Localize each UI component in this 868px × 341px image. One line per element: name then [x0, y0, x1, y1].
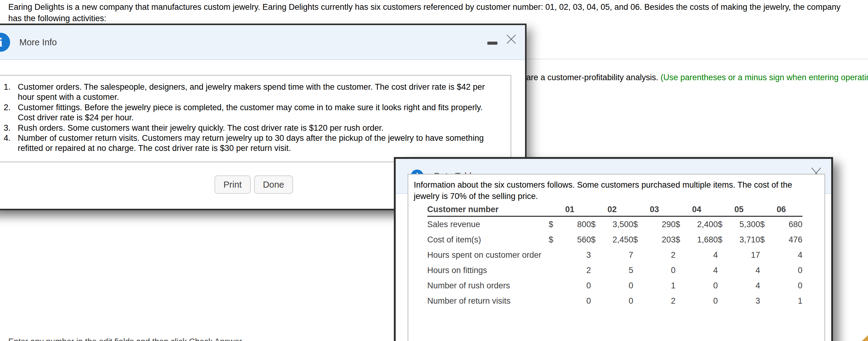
customer-number-header: 04 — [676, 203, 718, 216]
more-info-list: 1.Customer orders. The salespeople, desi… — [0, 76, 510, 154]
cell-value: 0 — [560, 293, 591, 309]
currency-symbol — [676, 247, 687, 263]
data-table-header-row: Customer number 010203040506 — [427, 203, 802, 216]
currency-symbol: $ — [633, 232, 644, 247]
currency-symbol — [633, 293, 644, 309]
cell-value: 3,500 — [602, 216, 633, 232]
currency-symbol: $ — [549, 216, 560, 232]
customer-number-header: 06 — [760, 203, 802, 216]
item-text: Number of customer return visits. Custom… — [18, 133, 497, 154]
currency-symbol — [676, 278, 687, 293]
currency-symbol — [718, 263, 729, 278]
cell-value: 3 — [729, 293, 760, 309]
footer-hint-text: Enter any number in the edit fields and … — [8, 337, 244, 341]
currency-symbol: $ — [676, 216, 687, 232]
requirement-text: are a customer-profitability analysis. (… — [526, 72, 868, 83]
cell-value: 0 — [687, 293, 718, 309]
data-table-intro: Information about the six customers foll… — [408, 174, 825, 202]
row-label: Hours spent on customer order — [427, 247, 549, 263]
item-text: Rush orders. Some customers want their j… — [18, 123, 497, 133]
currency-symbol — [718, 293, 729, 309]
customer-number-header: 03 — [633, 203, 676, 216]
currency-symbol — [718, 278, 729, 293]
print-button[interactable]: Print — [215, 175, 251, 194]
table-row: Number of rush orders001040 — [427, 278, 802, 293]
dialog-buttons: Print Done — [215, 175, 293, 194]
cell-value: 0 — [644, 263, 676, 278]
currency-symbol — [760, 247, 771, 263]
cell-value: 7 — [602, 247, 633, 263]
cell-value: 4 — [729, 263, 760, 278]
close-icon[interactable] — [506, 34, 517, 45]
more-info-item: 1.Customer orders. The salespeople, desi… — [4, 82, 510, 103]
done-button[interactable]: Done — [254, 175, 293, 194]
currency-symbol — [676, 263, 687, 278]
table-row: Hours on fittings250440 — [427, 263, 802, 278]
more-info-item: 4.Number of customer return visits. Cust… — [4, 133, 510, 154]
cell-value: 0 — [602, 293, 633, 309]
currency-symbol — [591, 278, 602, 293]
more-info-item: 2.Customer fittings. Before the jewelry … — [4, 103, 510, 123]
minimize-icon[interactable] — [487, 42, 497, 45]
cell-value: 0 — [602, 278, 633, 293]
cell-value: 4 — [687, 247, 718, 263]
item-number: 1. — [4, 82, 18, 103]
currency-symbol — [549, 293, 560, 309]
cell-value: 2,450 — [602, 232, 633, 247]
currency-symbol — [591, 293, 602, 309]
currency-symbol: $ — [760, 232, 771, 247]
cell-value: 2 — [644, 293, 676, 309]
currency-symbol — [676, 293, 687, 309]
currency-symbol: $ — [591, 216, 602, 232]
question-text: Earing Delights is a new company that ma… — [8, 2, 854, 24]
item-number: 4. — [4, 133, 18, 154]
item-text: Customer orders. The salespeople, design… — [18, 82, 497, 103]
currency-symbol: $ — [676, 232, 687, 247]
cell-value: 0 — [687, 278, 718, 293]
cell-value: 1 — [644, 278, 676, 293]
customer-number-header: 01 — [549, 203, 591, 216]
row-label: Hours on fittings — [427, 263, 549, 278]
info-icon: i — [0, 33, 10, 52]
cell-value: 4 — [687, 263, 718, 278]
cell-value: 3 — [560, 247, 591, 263]
currency-symbol: $ — [549, 232, 560, 247]
section-divider — [525, 59, 868, 59]
more-info-item: 3.Rush orders. Some customers want their… — [4, 123, 510, 133]
currency-symbol — [633, 247, 644, 263]
currency-symbol — [760, 293, 771, 309]
item-text: Customer fittings. Before the jewelry pi… — [18, 103, 497, 123]
cell-value: 5 — [602, 263, 633, 278]
dialog-title: More Info — [19, 37, 57, 47]
currency-symbol: $ — [718, 232, 729, 247]
cell-value: 560 — [560, 232, 591, 247]
cell-value: 203 — [644, 232, 676, 247]
item-number: 2. — [4, 103, 18, 123]
cell-value: 1,680 — [687, 232, 718, 247]
customer-number-header: 02 — [591, 203, 633, 216]
data-table-dialog: i Data Table Information about the six c… — [394, 157, 833, 341]
cell-value: 0 — [560, 278, 591, 293]
cell-value: 4 — [729, 278, 760, 293]
cell-value: 0 — [771, 263, 802, 278]
currency-symbol: $ — [760, 216, 771, 232]
cell-value: 476 — [771, 232, 802, 247]
currency-symbol: $ — [591, 232, 602, 247]
cell-value: 290 — [644, 216, 676, 232]
table-row: Hours spent on customer order3724174 — [427, 247, 802, 263]
requirement-text-black: are a customer-profitability analysis. — [526, 73, 660, 82]
pencil-icon — [862, 335, 868, 341]
more-info-dialog-header[interactable]: i More Info — [0, 25, 525, 60]
cell-value: 3,710 — [729, 232, 760, 247]
currency-symbol — [633, 278, 644, 293]
requirement-text-green: (Use parentheses or a minus sign when en… — [660, 73, 868, 82]
currency-symbol — [591, 263, 602, 278]
currency-symbol — [633, 263, 644, 278]
row-label: Number of return visits — [427, 293, 549, 309]
cell-value: 4 — [771, 247, 802, 263]
more-info-content-box: 1.Customer orders. The salespeople, desi… — [0, 75, 511, 162]
currency-symbol — [549, 278, 560, 293]
currency-symbol — [591, 247, 602, 263]
cell-value: 5,300 — [729, 216, 760, 232]
header-label: Customer number — [427, 203, 549, 216]
